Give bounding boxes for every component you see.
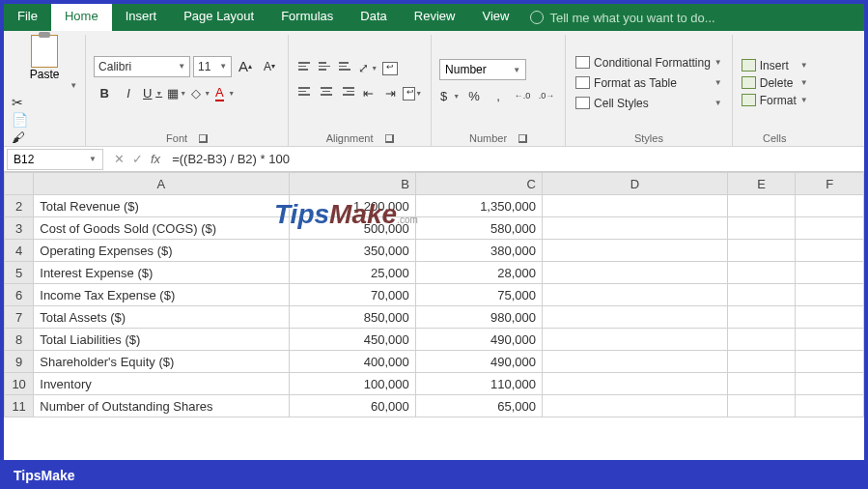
cell[interactable]: 28,000 <box>415 262 542 284</box>
cell[interactable]: Interest Expense ($) <box>34 262 289 284</box>
cell[interactable] <box>542 195 727 217</box>
tab-formulas[interactable]: Formulas <box>267 4 347 31</box>
cell[interactable]: 490,000 <box>415 329 542 351</box>
cell[interactable] <box>796 351 864 373</box>
cell[interactable] <box>542 240 727 262</box>
row-header[interactable]: 8 <box>5 329 34 351</box>
cell[interactable]: 850,000 <box>289 306 415 329</box>
cell[interactable] <box>796 306 864 329</box>
tab-view[interactable]: View <box>468 4 522 31</box>
row-header[interactable]: 6 <box>5 284 34 306</box>
currency-button[interactable]: $▼ <box>439 85 461 106</box>
row-header[interactable]: 10 <box>5 373 34 395</box>
merge-button[interactable]: ▼ <box>402 83 423 104</box>
cell[interactable]: 25,000 <box>289 262 415 284</box>
cell[interactable] <box>542 262 727 284</box>
cell[interactable] <box>727 329 796 351</box>
cell[interactable]: 500,000 <box>289 217 415 240</box>
cell[interactable] <box>727 306 796 329</box>
cut-button[interactable]: ✂ <box>12 95 26 109</box>
cell[interactable]: 110,000 <box>415 373 542 395</box>
column-header[interactable]: F <box>796 173 864 195</box>
increase-decimal-button[interactable]: ←.0 <box>512 85 533 106</box>
column-header[interactable]: D <box>542 173 727 195</box>
cell[interactable]: Total Liabilities ($) <box>34 329 289 351</box>
cell[interactable]: Total Revenue ($) <box>34 195 289 217</box>
decrease-decimal-button[interactable]: .0→ <box>536 85 557 106</box>
row-header[interactable]: 11 <box>5 395 34 417</box>
cell[interactable] <box>542 306 727 329</box>
cell[interactable]: 60,000 <box>289 395 415 417</box>
column-header[interactable]: C <box>415 173 542 195</box>
cell[interactable]: Income Tax Expense ($) <box>34 284 289 306</box>
tab-file[interactable]: File <box>4 4 51 31</box>
column-header[interactable] <box>5 173 34 195</box>
worksheet[interactable]: TipsMake.com ABCDEF 2Total Revenue ($)1,… <box>4 172 864 460</box>
align-left-button[interactable] <box>296 83 316 101</box>
cell[interactable] <box>727 195 796 217</box>
align-middle-button[interactable] <box>317 58 336 75</box>
cell[interactable]: 1,200,000 <box>289 195 415 217</box>
row-header[interactable]: 9 <box>5 351 34 373</box>
cell[interactable]: Cost of Goods Sold (COGS) ($) <box>34 217 289 240</box>
tell-me-search[interactable]: Tell me what you want to do... <box>530 4 714 31</box>
increase-indent-button[interactable]: ⇥ <box>379 83 401 104</box>
align-center-button[interactable] <box>317 83 336 101</box>
decrease-font-button[interactable]: A▾ <box>259 56 280 77</box>
row-header[interactable]: 3 <box>5 217 34 240</box>
cell[interactable]: Inventory <box>34 373 289 395</box>
cell[interactable] <box>727 217 796 240</box>
cell[interactable] <box>542 329 727 351</box>
grid[interactable]: ABCDEF 2Total Revenue ($)1,200,0001,350,… <box>4 172 864 417</box>
column-header[interactable]: A <box>34 173 289 195</box>
tab-review[interactable]: Review <box>401 4 469 31</box>
column-header[interactable]: B <box>289 173 415 195</box>
row-header[interactable]: 5 <box>5 262 34 284</box>
cell-styles-button[interactable]: Cell Styles▼ <box>574 95 724 112</box>
cell[interactable]: 350,000 <box>289 240 415 262</box>
cell[interactable]: Operating Expenses ($) <box>34 240 289 262</box>
tab-page-layout[interactable]: Page Layout <box>170 4 267 31</box>
wrap-text-button[interactable] <box>379 58 401 79</box>
border-button[interactable]: ▦▼ <box>166 83 187 104</box>
cell[interactable]: 490,000 <box>415 351 542 373</box>
comma-button[interactable]: , <box>488 85 509 106</box>
format-cells-button[interactable]: Format▼ <box>741 93 809 108</box>
cell[interactable]: Number of Outstanding Shares <box>34 395 289 417</box>
tab-home[interactable]: Home <box>51 4 112 31</box>
font-size-combo[interactable]: 11▼ <box>193 56 232 77</box>
cell[interactable] <box>796 217 864 240</box>
align-bottom-button[interactable] <box>337 58 356 75</box>
orientation-button[interactable]: ⤢▼ <box>357 58 378 79</box>
cell[interactable]: Shareholder's Equity ($) <box>34 351 289 373</box>
font-name-combo[interactable]: Calibri▼ <box>94 56 190 77</box>
bold-button[interactable]: B <box>94 83 115 104</box>
cell[interactable] <box>796 395 864 417</box>
format-painter-button[interactable]: 🖌 <box>12 129 26 144</box>
cell[interactable]: 65,000 <box>415 395 542 417</box>
insert-cells-button[interactable]: Insert▼ <box>741 58 809 73</box>
formula-input[interactable]: =((B2-B3) / B2) * 100 <box>166 152 864 166</box>
cell[interactable]: 450,000 <box>289 329 415 351</box>
cell[interactable] <box>542 217 727 240</box>
tab-insert[interactable]: Insert <box>112 4 171 31</box>
cell[interactable] <box>796 329 864 351</box>
dialog-launcher-icon[interactable] <box>385 134 394 143</box>
cell[interactable]: 75,000 <box>415 284 542 306</box>
align-right-button[interactable] <box>337 83 356 101</box>
conditional-formatting-button[interactable]: Conditional Formatting▼ <box>574 54 724 72</box>
cell[interactable] <box>542 395 727 417</box>
delete-cells-button[interactable]: Delete▼ <box>741 75 809 91</box>
column-header[interactable]: E <box>727 173 796 195</box>
decrease-indent-button[interactable]: ⇤ <box>357 83 378 104</box>
accept-formula-button[interactable]: ✓ <box>132 152 143 166</box>
name-box[interactable]: B12▼ <box>7 149 103 170</box>
cell[interactable] <box>542 351 727 373</box>
increase-font-button[interactable]: A▴ <box>235 56 256 77</box>
paste-button[interactable]: Paste ▼ <box>12 35 77 90</box>
number-format-combo[interactable]: Number▼ <box>439 59 526 80</box>
cell[interactable] <box>727 373 796 395</box>
cell[interactable] <box>796 284 864 306</box>
cell[interactable]: Total Assets ($) <box>34 306 289 329</box>
row-header[interactable]: 4 <box>5 240 34 262</box>
